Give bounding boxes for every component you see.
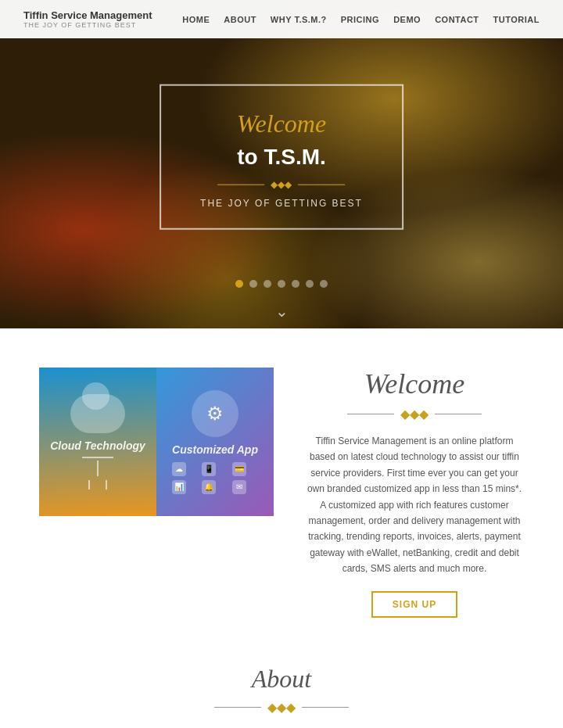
hero-section: Welcome to T.S.M. ◆◆◆ The Joy of Getting… (0, 0, 563, 328)
branches (88, 480, 107, 490)
nav-links: HOME ABOUT WHY T.S.M.? PRICING DEMO CONT… (182, 15, 540, 24)
nav-pricing[interactable]: PRICING (341, 15, 379, 24)
nav-home[interactable]: HOME (182, 15, 210, 24)
cloud-text: Cloud Technology (50, 439, 145, 452)
dot-7[interactable] (320, 280, 328, 288)
features-divider: ◆◆◆ (305, 407, 524, 421)
cloud-lines (50, 457, 145, 490)
app-icons-grid: ☁ 📱 💳 📊 🔔 ✉ (172, 462, 258, 494)
features-diamond-icon: ◆◆◆ (400, 407, 429, 421)
hero-welcome-text: Welcome (200, 109, 363, 138)
nav-about[interactable]: ABOUT (224, 15, 256, 24)
features-section: Cloud Technology ⚙ Customized App ☁ 📱 (0, 328, 563, 649)
branch-right (106, 480, 107, 490)
features-images: Cloud Technology ⚙ Customized App ☁ 📱 (39, 368, 274, 516)
img2-content: ⚙ Customized App ☁ 📱 💳 📊 🔔 ✉ (172, 390, 258, 494)
cloud-shape (70, 394, 125, 433)
line-v (97, 461, 99, 476)
nav-tutorial[interactable]: TUTORIAL (493, 15, 540, 24)
img1-content: Cloud Technology (50, 394, 145, 490)
dot-5[interactable] (292, 280, 299, 288)
hero-dots (235, 280, 328, 288)
signup-button[interactable]: SIGN UP (371, 591, 457, 618)
cloud-technology-image: Cloud Technology (39, 368, 156, 516)
features-title: Welcome (305, 368, 524, 400)
hero-divider: ◆◆◆ (200, 179, 363, 190)
dot-6[interactable] (306, 280, 314, 288)
dot-3[interactable] (264, 280, 271, 288)
line-h (82, 457, 113, 458)
navbar: Tiffin Service Management THE JOY OF GET… (0, 0, 563, 38)
dot-1[interactable] (235, 280, 243, 288)
app-icon-3: 💳 (232, 462, 246, 476)
about-title: About (39, 665, 524, 694)
hero-box: Welcome to T.S.M. ◆◆◆ The Joy of Getting… (160, 84, 403, 230)
about-div-right (302, 707, 349, 708)
app-circle-icon: ⚙ (192, 390, 238, 437)
brand: Tiffin Service Management THE JOY OF GET… (23, 9, 152, 29)
about-section: About ◆◆◆ We're a startup with a team of… (0, 649, 563, 728)
app-icon-5: 🔔 (202, 480, 216, 494)
hero-joy-text: The Joy of Getting Best (200, 198, 363, 209)
branch-left (88, 480, 90, 490)
hero-tsm-text: to T.S.M. (200, 145, 363, 170)
div-line-right (435, 414, 482, 414)
nav-demo[interactable]: DEMO (393, 15, 421, 24)
hero-diamond-icon: ◆◆◆ (271, 179, 292, 190)
about-divider: ◆◆◆ (39, 700, 524, 715)
app-icon-6: ✉ (232, 480, 246, 494)
app-icon-4: 📊 (172, 480, 186, 494)
divider-line-left (217, 184, 264, 185)
features-description: Tiffin Service Management is an online p… (305, 433, 524, 577)
divider-line-right (298, 184, 345, 185)
div-line-left (347, 414, 394, 414)
about-div-left (214, 707, 261, 708)
customized-app-image: ⚙ Customized App ☁ 📱 💳 📊 🔔 ✉ (156, 368, 274, 516)
nav-why[interactable]: WHY T.S.M.? (271, 15, 327, 24)
features-text: Welcome ◆◆◆ Tiffin Service Management is… (305, 368, 524, 618)
app-icon-1: ☁ (172, 462, 186, 476)
scroll-down-icon[interactable]: ⌄ (275, 302, 289, 321)
dot-2[interactable] (249, 280, 257, 288)
brand-tagline: THE JOY OF GETTING BEST (23, 21, 152, 29)
nav-contact[interactable]: CONTACT (435, 15, 479, 24)
about-diamond-icon: ◆◆◆ (267, 700, 296, 715)
dot-4[interactable] (278, 280, 285, 288)
brand-title: Tiffin Service Management (23, 9, 152, 21)
app-icon-2: 📱 (202, 462, 216, 476)
app-text: Customized App (172, 443, 258, 456)
